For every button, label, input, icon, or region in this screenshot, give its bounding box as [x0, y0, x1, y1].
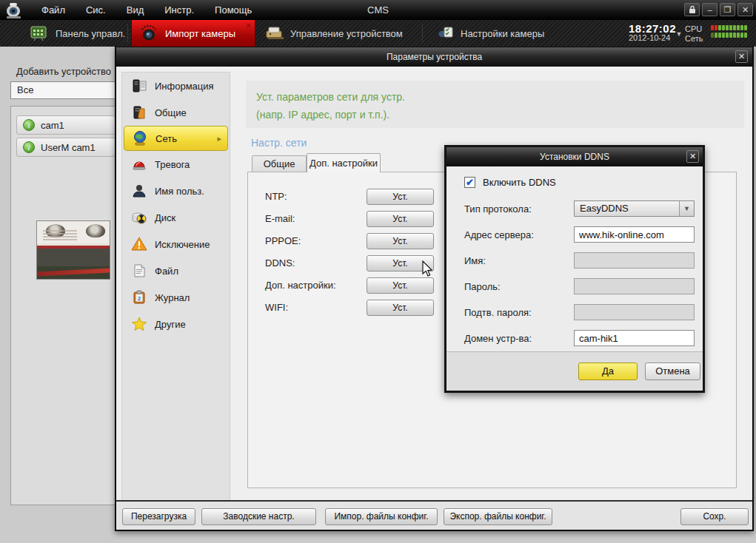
- minimize-button[interactable]: –: [702, 3, 717, 16]
- maximize-button[interactable]: ❐: [720, 3, 735, 16]
- dialog-title: Параметры устройства: [116, 47, 752, 67]
- add-device-title: Добавить устройство: [16, 66, 111, 77]
- camera-settings-icon: [435, 25, 454, 41]
- device-domain-row: Домен устр-ва:: [446, 330, 703, 346]
- app-logo-camera-icon: [1, 1, 27, 20]
- device-domain-input[interactable]: [574, 330, 695, 346]
- info-icon: i: [23, 141, 35, 153]
- device-filter-select[interactable]: Все: [10, 81, 121, 99]
- application-window: Файл Сис. Вид Инстр. Помощь CMS – ❐ ✕: [0, 0, 756, 543]
- cancel-button[interactable]: Отмена: [645, 362, 700, 380]
- usage-meters: [711, 25, 747, 40]
- sidebar-label: Другие: [155, 319, 186, 330]
- menu-items: Файл Сис. Вид Инстр. Помощь: [31, 1, 262, 19]
- tab-device-management[interactable]: Управление устройством: [257, 20, 410, 47]
- enable-ddns-checkbox[interactable]: ✔: [464, 177, 475, 188]
- network-settings-link[interactable]: Настр. сети: [251, 137, 307, 149]
- device-management-icon: [264, 25, 284, 41]
- reboot-button[interactable]: Перезагрузка: [122, 508, 195, 525]
- sidebar-label: Общие: [155, 107, 187, 118]
- lock-icon[interactable]: [684, 3, 700, 16]
- password-input: [574, 278, 695, 294]
- control-panel-icon: [30, 25, 49, 41]
- ddns-dialog-body: ✔ Включить DDNS Тип протокола: EasyDDNS …: [446, 166, 703, 351]
- sidebar-item-disk[interactable]: Диск: [122, 204, 230, 231]
- tab-import-camera[interactable]: Импорт камеры ✕: [131, 20, 255, 47]
- username-label: Имя:: [464, 255, 486, 266]
- mouse-cursor: [421, 260, 433, 281]
- device-list-panel: Добавить устройство Все i cam1 i UserM c…: [0, 47, 126, 543]
- confirm-password-row: Подтв. пароля:: [446, 304, 703, 320]
- server-address-input[interactable]: [574, 226, 695, 243]
- email-set-button[interactable]: Уст.: [367, 211, 434, 227]
- sidebar-item-network[interactable]: Сеть ▸: [124, 126, 228, 151]
- protocol-type-row: Тип протокола: EasyDDNS ▼: [446, 200, 703, 217]
- menu-system[interactable]: Сис.: [76, 1, 116, 19]
- net-label: Сеть: [685, 34, 703, 44]
- chevron-right-icon: ▸: [217, 134, 221, 144]
- export-config-button[interactable]: Экспор. файлы конфиг.: [444, 508, 552, 525]
- ok-button[interactable]: Да: [578, 362, 638, 380]
- enable-ddns-label: Включить DDNS: [483, 177, 556, 188]
- import-config-button[interactable]: Импор. файлы конфиг.: [325, 508, 438, 525]
- tab-general[interactable]: Общие: [252, 155, 307, 172]
- sidebar-label: Информация: [155, 81, 214, 92]
- ntp-label: NTP:: [265, 191, 287, 202]
- sidebar-item-file[interactable]: Файл: [122, 257, 230, 284]
- help-text-box: Уст. параметров сети для устр. (напр. IP…: [246, 81, 744, 128]
- dialog-close-icon[interactable]: ✕: [735, 50, 748, 63]
- sidebar-item-exception[interactable]: Исключение: [122, 231, 230, 257]
- save-button[interactable]: Сохр.: [680, 508, 749, 525]
- close-button[interactable]: ✕: [737, 3, 753, 16]
- network-globe-icon: [132, 130, 148, 146]
- username-input: [574, 252, 695, 269]
- wifi-set-button[interactable]: Уст.: [367, 300, 434, 316]
- tab-advanced-settings[interactable]: Доп. настройки: [307, 153, 381, 172]
- list-item-cam1[interactable]: i cam1: [16, 115, 116, 135]
- menu-file[interactable]: Файл: [31, 1, 76, 19]
- tab-control-panel[interactable]: Панель управл.: [22, 20, 133, 47]
- tab-label: Настройки камеры: [461, 28, 544, 39]
- date-display: 2012-10-24: [629, 33, 676, 42]
- confirm-password-input: [574, 304, 695, 320]
- meter-labels: CPU Сеть: [685, 24, 703, 44]
- sidebar-label: Тревога: [155, 159, 190, 170]
- pppoe-set-button[interactable]: Уст.: [367, 233, 434, 249]
- camera-icon: [139, 25, 158, 41]
- ddns-close-icon[interactable]: ✕: [686, 150, 699, 163]
- sidebar-item-others[interactable]: Другие: [122, 311, 230, 337]
- alarm-siren-icon: [131, 156, 147, 172]
- help-line-2: (напр. IP адрес, порт и т.п.).: [256, 106, 734, 124]
- confirm-password-label: Подтв. пароля:: [464, 307, 532, 318]
- menu-view[interactable]: Вид: [116, 1, 155, 19]
- sidebar-item-information[interactable]: Информация: [122, 72, 230, 99]
- tab-separator: [422, 24, 423, 42]
- pppoe-label: PPPOE:: [265, 235, 301, 246]
- ntp-set-button[interactable]: Уст.: [367, 189, 434, 205]
- sidebar-item-log[interactable]: 2 Журнал: [122, 284, 230, 311]
- tab-camera-settings[interactable]: Настройки камеры: [427, 20, 552, 47]
- information-icon: [131, 78, 147, 94]
- cpu-label: CPU: [685, 24, 703, 34]
- password-row: Пароль:: [446, 278, 703, 294]
- warning-triangle-icon: [131, 236, 147, 252]
- tab-close-icon[interactable]: ✕: [246, 22, 252, 30]
- sidebar-item-general[interactable]: Общие: [122, 99, 230, 126]
- factory-defaults-button[interactable]: Заводские настр.: [201, 508, 316, 525]
- sidebar-item-user[interactable]: Имя польз.: [122, 178, 230, 204]
- tab-label: Импорт камеры: [165, 28, 235, 39]
- sidebar-item-alarm[interactable]: Тревога: [122, 151, 230, 178]
- list-item-userm-cam1[interactable]: i UserM cam1: [16, 138, 116, 157]
- menu-help[interactable]: Помощь: [204, 1, 262, 19]
- ddns-dialog-title: Установки DDNS ✕: [446, 147, 703, 166]
- password-label: Пароль:: [464, 281, 501, 292]
- sidebar-label: Сеть: [155, 133, 177, 144]
- device-domain-label: Домен устр-ва:: [464, 333, 532, 344]
- protocol-type-select[interactable]: EasyDDNS ▼: [574, 200, 695, 217]
- ddns-settings-dialog: Установки DDNS ✕ ✔ Включить DDNS Тип про…: [444, 145, 705, 393]
- server-address-label: Адрес сервера:: [464, 229, 534, 240]
- menu-tools[interactable]: Инстр.: [154, 1, 204, 19]
- menu-bar: Файл Сис. Вид Инстр. Помощь CMS – ❐ ✕: [0, 0, 756, 20]
- chevron-down-icon[interactable]: ▼: [679, 201, 694, 216]
- enable-ddns-row: ✔ Включить DDNS: [464, 177, 556, 188]
